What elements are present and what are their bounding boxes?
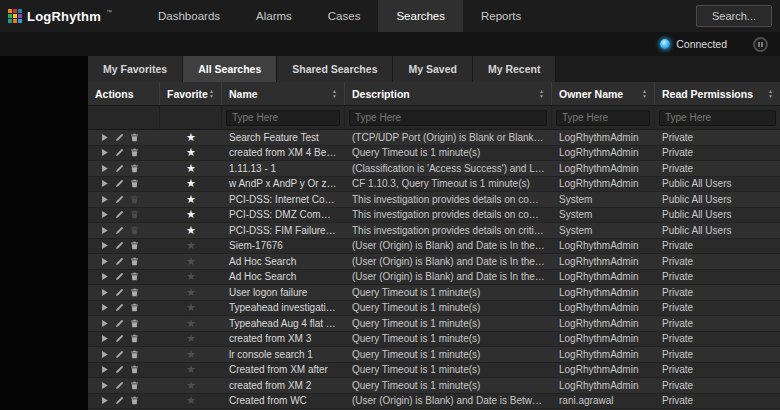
favorite-star-icon[interactable]: ★ bbox=[186, 301, 196, 313]
favorite-star-icon[interactable]: ★ bbox=[186, 162, 196, 174]
run-search-icon[interactable] bbox=[100, 272, 109, 281]
edit-search-icon[interactable] bbox=[115, 241, 124, 250]
table-row[interactable]: ★ Ad Hoc Search (User (Origin) is Blank)… bbox=[88, 270, 780, 286]
table-row[interactable]: ★ 1.11.13 - 1 (Classification is 'Access… bbox=[88, 161, 780, 177]
favorite-star-icon[interactable]: ★ bbox=[186, 131, 196, 143]
tab-shared-searches[interactable]: Shared Searches bbox=[277, 56, 393, 82]
filter-input-owner-name[interactable] bbox=[556, 110, 650, 126]
run-search-icon[interactable] bbox=[100, 303, 109, 312]
run-search-icon[interactable] bbox=[100, 288, 109, 297]
delete-search-icon[interactable] bbox=[130, 272, 139, 281]
pause-updates-button[interactable] bbox=[753, 37, 768, 52]
delete-search-icon[interactable] bbox=[130, 381, 139, 390]
table-row[interactable]: ★ w AndP x AndP y Or z 1.1... CF 1.10.3,… bbox=[88, 177, 780, 193]
delete-search-icon[interactable] bbox=[130, 164, 139, 173]
run-search-icon[interactable] bbox=[100, 195, 109, 204]
nav-tab-alarms[interactable]: Alarms bbox=[238, 0, 310, 32]
favorite-star-icon[interactable]: ★ bbox=[186, 317, 196, 329]
sort-icon[interactable]: ▲▼ bbox=[642, 89, 647, 98]
tab-all-searches[interactable]: All Searches bbox=[183, 56, 277, 82]
table-row[interactable]: ★ Typeahead investigation ... Query Time… bbox=[88, 301, 780, 317]
tab-my-recent[interactable]: My Recent bbox=[473, 56, 557, 82]
delete-search-icon[interactable] bbox=[130, 241, 139, 250]
edit-search-icon[interactable] bbox=[115, 303, 124, 312]
table-row[interactable]: ★ User logon failure Query Timeout is 1 … bbox=[88, 285, 780, 301]
run-search-icon[interactable] bbox=[100, 179, 109, 188]
table-row[interactable]: ★ PCI-DSS: FIM Failure Detail This inves… bbox=[88, 223, 780, 239]
run-search-icon[interactable] bbox=[100, 226, 109, 235]
table-row[interactable]: ★ lr console search 1 Query Timeout is 1… bbox=[88, 347, 780, 363]
delete-search-icon[interactable] bbox=[130, 288, 139, 297]
tab-my-favorites[interactable]: My Favorites bbox=[88, 56, 183, 82]
table-row[interactable]: ★ Created from XM after Query Timeout is… bbox=[88, 363, 780, 379]
table-row[interactable]: ★ Siem-17676 (User (Origin) is Blank) an… bbox=[88, 239, 780, 255]
delete-search-icon[interactable] bbox=[130, 319, 139, 328]
table-row[interactable]: ★ PCI-DSS: Internet Comm... This investi… bbox=[88, 192, 780, 208]
favorite-star-icon[interactable]: ★ bbox=[186, 379, 196, 391]
run-search-icon[interactable] bbox=[100, 133, 109, 142]
table-row[interactable]: ★ created from XM 3 Query Timeout is 1 m… bbox=[88, 332, 780, 348]
column-header-name[interactable]: Name▲▼ bbox=[222, 82, 345, 105]
edit-search-icon[interactable] bbox=[115, 210, 124, 219]
edit-search-icon[interactable] bbox=[115, 179, 124, 188]
sort-icon[interactable]: ▲▼ bbox=[768, 89, 773, 98]
column-header-description[interactable]: Description▲▼ bbox=[345, 82, 552, 105]
table-row[interactable]: ★ Created from WC (User (Origin) is Blan… bbox=[88, 394, 780, 410]
column-header-favorite[interactable]: Favorite▲▼ bbox=[160, 82, 222, 105]
run-search-icon[interactable] bbox=[100, 148, 109, 157]
edit-search-icon[interactable] bbox=[115, 396, 124, 405]
edit-search-icon[interactable] bbox=[115, 288, 124, 297]
table-row[interactable]: ★ Search Feature Test (TCP/UDP Port (Ori… bbox=[88, 130, 780, 146]
run-search-icon[interactable] bbox=[100, 381, 109, 390]
favorite-star-icon[interactable]: ★ bbox=[186, 146, 196, 158]
favorite-star-icon[interactable]: ★ bbox=[186, 208, 196, 220]
favorite-star-icon[interactable]: ★ bbox=[186, 332, 196, 344]
delete-search-icon[interactable] bbox=[130, 303, 139, 312]
favorite-star-icon[interactable]: ★ bbox=[186, 348, 196, 360]
favorite-star-icon[interactable]: ★ bbox=[186, 193, 196, 205]
table-row[interactable]: ★ PCI-DSS: DMZ Communic... This investig… bbox=[88, 208, 780, 224]
favorite-star-icon[interactable]: ★ bbox=[186, 177, 196, 189]
table-row[interactable]: ★ Typeahead Aug 4 flat file Query Timeou… bbox=[88, 316, 780, 332]
sort-icon[interactable]: ▲▼ bbox=[332, 89, 337, 98]
run-search-icon[interactable] bbox=[100, 365, 109, 374]
delete-search-icon[interactable] bbox=[130, 334, 139, 343]
favorite-star-icon[interactable]: ★ bbox=[186, 255, 196, 267]
nav-tab-cases[interactable]: Cases bbox=[310, 0, 379, 32]
edit-search-icon[interactable] bbox=[115, 272, 124, 281]
edit-search-icon[interactable] bbox=[115, 164, 124, 173]
delete-search-icon[interactable] bbox=[130, 350, 139, 359]
edit-search-icon[interactable] bbox=[115, 381, 124, 390]
filter-input-description[interactable] bbox=[349, 110, 547, 126]
edit-search-icon[interactable] bbox=[115, 133, 124, 142]
favorite-star-icon[interactable]: ★ bbox=[186, 224, 196, 236]
run-search-icon[interactable] bbox=[100, 396, 109, 405]
nav-tab-searches[interactable]: Searches bbox=[378, 0, 463, 32]
run-search-icon[interactable] bbox=[100, 241, 109, 250]
favorite-star-icon[interactable]: ★ bbox=[186, 394, 196, 406]
edit-search-icon[interactable] bbox=[115, 257, 124, 266]
edit-search-icon[interactable] bbox=[115, 350, 124, 359]
favorite-star-icon[interactable]: ★ bbox=[186, 270, 196, 282]
favorite-star-icon[interactable]: ★ bbox=[186, 363, 196, 375]
edit-search-icon[interactable] bbox=[115, 365, 124, 374]
filter-input-read-permissions[interactable] bbox=[659, 110, 776, 126]
favorite-star-icon[interactable]: ★ bbox=[186, 239, 196, 251]
delete-search-icon[interactable] bbox=[130, 257, 139, 266]
column-header-owner-name[interactable]: Owner Name▲▼ bbox=[552, 82, 655, 105]
run-search-icon[interactable] bbox=[100, 350, 109, 359]
table-row[interactable]: ★ created from XM 4 Betw... Query Timeou… bbox=[88, 146, 780, 162]
delete-search-icon[interactable] bbox=[130, 365, 139, 374]
column-header-read-permissions[interactable]: Read Permissions▲▼ bbox=[655, 82, 780, 105]
tab-my-saved[interactable]: My Saved bbox=[393, 56, 472, 82]
run-search-icon[interactable] bbox=[100, 164, 109, 173]
edit-search-icon[interactable] bbox=[115, 148, 124, 157]
delete-search-icon[interactable] bbox=[130, 179, 139, 188]
run-search-icon[interactable] bbox=[100, 334, 109, 343]
table-row[interactable]: ★ created from XM 2 Query Timeout is 1 m… bbox=[88, 378, 780, 394]
edit-search-icon[interactable] bbox=[115, 195, 124, 204]
run-search-icon[interactable] bbox=[100, 257, 109, 266]
nav-tab-reports[interactable]: Reports bbox=[463, 0, 539, 32]
logrhythm-logo[interactable]: LogRhythm ™ bbox=[0, 0, 122, 32]
edit-search-icon[interactable] bbox=[115, 319, 124, 328]
